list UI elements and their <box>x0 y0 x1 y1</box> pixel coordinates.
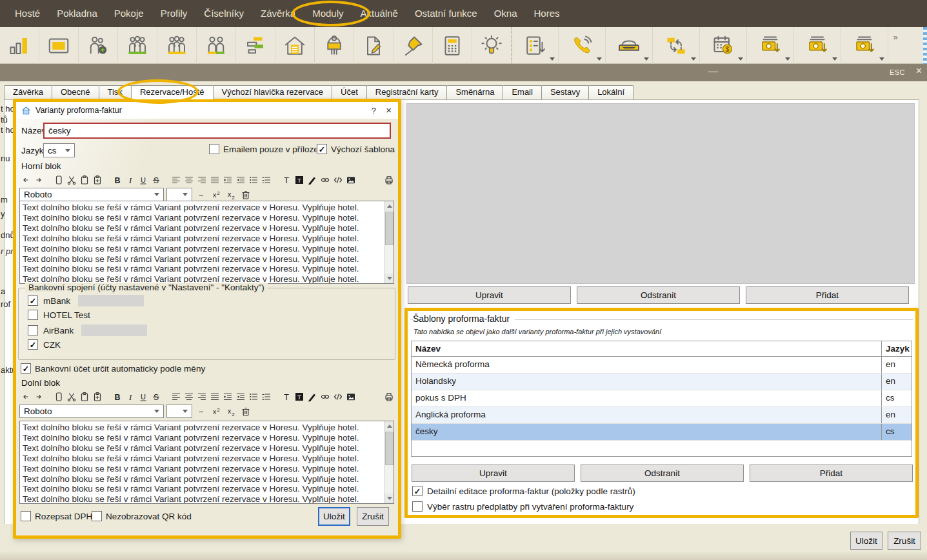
editor-link-button[interactable] <box>319 390 331 403</box>
scrollbar[interactable] <box>384 201 394 283</box>
editor-pen-button[interactable] <box>306 390 318 403</box>
menu-item-aktu-ln[interactable]: Aktuálně <box>352 0 406 27</box>
editor-align-justify-button[interactable] <box>208 390 221 403</box>
toolbar-transfer-button[interactable] <box>653 27 700 64</box>
tab-v-choz-hlavi-ka-rezervace[interactable]: Výchozí hlavička rezervace <box>213 85 333 99</box>
menu-item-z-v-rka[interactable]: Závěrka <box>252 0 304 27</box>
toolbar-reception-desk-button[interactable] <box>315 27 354 64</box>
editor-outdent-button[interactable] <box>234 390 246 403</box>
tab-registra-n-karty[interactable]: Registrační karty <box>366 85 448 99</box>
dialog-titlebar[interactable]: Varianty proforma-faktur ? × <box>16 102 398 119</box>
editor-subscript-button[interactable]: x2 <box>224 188 237 201</box>
editor-align-left-button[interactable] <box>170 174 182 186</box>
editor-link-button[interactable] <box>319 174 331 186</box>
menu-item-host[interactable]: Hosté <box>6 0 48 27</box>
default-template-checkbox[interactable] <box>317 144 327 154</box>
tab-lok-ln[interactable]: Lokální <box>588 85 633 99</box>
toolbar-money-out-2-button[interactable] <box>794 27 841 64</box>
table-row-pokus-s-dph[interactable]: pokus s DPHcs <box>412 390 912 407</box>
bank-row-airbank[interactable]: AirBank <box>28 325 147 336</box>
editor-paste-special-button[interactable] <box>91 390 103 403</box>
editor-minus-button[interactable] <box>195 405 207 417</box>
toolbar-money-out-3-button[interactable] <box>841 27 888 64</box>
editor-outdent-button[interactable] <box>234 174 246 186</box>
close-icon[interactable]: × <box>916 65 922 77</box>
toolbar-bar-chart-button[interactable] <box>0 27 39 64</box>
rozepsat-dph-checkbox-row[interactable]: Rozepsat DPH <box>21 511 92 521</box>
dropdown-arrow-icon[interactable] <box>550 57 555 61</box>
editor-list-ol-button[interactable] <box>260 390 272 403</box>
toolbar-pin-board-button[interactable] <box>394 27 433 64</box>
toolbar-phone-button[interactable] <box>559 27 606 64</box>
dropdown-arrow-icon[interactable] <box>738 57 743 61</box>
editor-align-left-button[interactable] <box>170 390 182 403</box>
bank-row-hotel-test[interactable]: HOTEL Test <box>28 310 90 320</box>
menu-item-pokoje[interactable]: Pokoje <box>106 0 152 27</box>
table-row-anglick-proforma[interactable]: Anglická proformaen <box>412 407 912 424</box>
editor-list-ul-button[interactable] <box>247 174 259 186</box>
rastr-select-checkbox-row[interactable]: Výběr rastru předplatby při vytváření pr… <box>412 501 633 512</box>
dropdown-arrow-icon[interactable] <box>597 57 602 61</box>
footer-save-button[interactable]: Uložit <box>850 532 882 550</box>
scroll-up-icon[interactable] <box>384 201 394 211</box>
tab-obecn[interactable]: Obecné <box>52 85 99 99</box>
editor-redo-button[interactable] <box>32 174 45 186</box>
bank-checkbox-mbank[interactable] <box>28 295 38 306</box>
toolbar-money-out-1-button[interactable] <box>747 27 794 64</box>
scroll-down-icon[interactable] <box>384 494 394 503</box>
editor-align-center-button[interactable] <box>183 390 195 403</box>
sablony-checkbox-0[interactable] <box>412 486 423 496</box>
editor-cut-button[interactable] <box>65 174 77 186</box>
toolbar-group-arrival-button[interactable] <box>118 27 157 64</box>
sablony-upravit-button[interactable]: Upravit <box>412 465 575 482</box>
tab-email[interactable]: Email <box>503 85 542 99</box>
tab-rezervace-host[interactable]: Rezervace/Hosté <box>131 85 214 99</box>
editor-paste-button[interactable] <box>78 174 90 186</box>
toolbar-guest-add-button[interactable] <box>79 27 118 64</box>
editor-list-ol-button[interactable] <box>260 174 272 186</box>
font-size-select[interactable] <box>166 405 192 418</box>
toolbar-car-button[interactable] <box>606 27 653 64</box>
menu-item-pokladna[interactable]: Pokladna <box>48 0 106 27</box>
toolbar-group-departure-button[interactable] <box>197 27 236 64</box>
editor-undo-button[interactable] <box>19 390 32 403</box>
dropdown-arrow-icon[interactable] <box>879 57 884 61</box>
dialog-cancel-button[interactable]: Zrušit <box>357 507 389 526</box>
editor-code-button[interactable] <box>332 390 344 403</box>
editor-copy-button[interactable] <box>52 390 65 403</box>
qr-checkbox[interactable] <box>92 511 102 521</box>
menu-item-moduly[interactable]: Moduly <box>304 0 352 27</box>
editor-code-button[interactable] <box>332 174 344 186</box>
toolbar-hotel-house-button[interactable] <box>275 27 315 64</box>
auto-account-checkbox[interactable] <box>21 363 31 374</box>
table-row-esky[interactable]: českycs <box>412 424 912 441</box>
editor-indent-button[interactable] <box>221 390 234 403</box>
editor-trash-button[interactable] <box>239 188 252 201</box>
table-row-n-meck-proforma[interactable]: Německá proformaen <box>412 357 912 374</box>
rozepsat-dph-checkbox[interactable] <box>21 511 31 521</box>
editor-text-color-button[interactable]: T <box>280 174 292 186</box>
editor-align-center-button[interactable] <box>183 174 195 186</box>
dolni-blok-textarea[interactable]: Text dolního bloku se řeší v rámci Varia… <box>19 421 394 504</box>
variants-list-box[interactable] <box>406 103 915 284</box>
email-attach-checkbox-row[interactable]: Emailem pouze v příloze <box>209 144 319 154</box>
editor-list-ul-button[interactable] <box>247 390 259 403</box>
scroll-thumb[interactable] <box>385 212 394 245</box>
editor-superscript-button[interactable]: x2 <box>210 405 222 417</box>
tab-sm-n-rna[interactable]: Směnárna <box>446 85 503 99</box>
jazyk-select[interactable]: cs <box>43 143 75 157</box>
toolbar-task-list-button[interactable] <box>512 27 559 64</box>
dropdown-arrow-icon[interactable] <box>785 57 790 61</box>
bank-checkbox-czk[interactable] <box>28 339 38 350</box>
dropdown-arrow-icon[interactable] <box>832 57 837 61</box>
menu-item-okna[interactable]: Okna <box>486 0 526 27</box>
scroll-down-icon[interactable] <box>384 274 394 283</box>
bank-row-czk[interactable]: CZK <box>28 339 61 350</box>
editor-print-button[interactable] <box>383 174 395 186</box>
editor-bold-button[interactable]: B <box>111 390 123 403</box>
editor-print-button[interactable] <box>383 390 395 403</box>
menu-item-ostatn-funkce[interactable]: Ostatní funkce <box>406 0 486 27</box>
table-row-holandsky[interactable]: Holandskyen <box>412 374 912 390</box>
editor-image-button[interactable] <box>344 174 357 186</box>
editor-align-right-button[interactable] <box>195 174 208 186</box>
